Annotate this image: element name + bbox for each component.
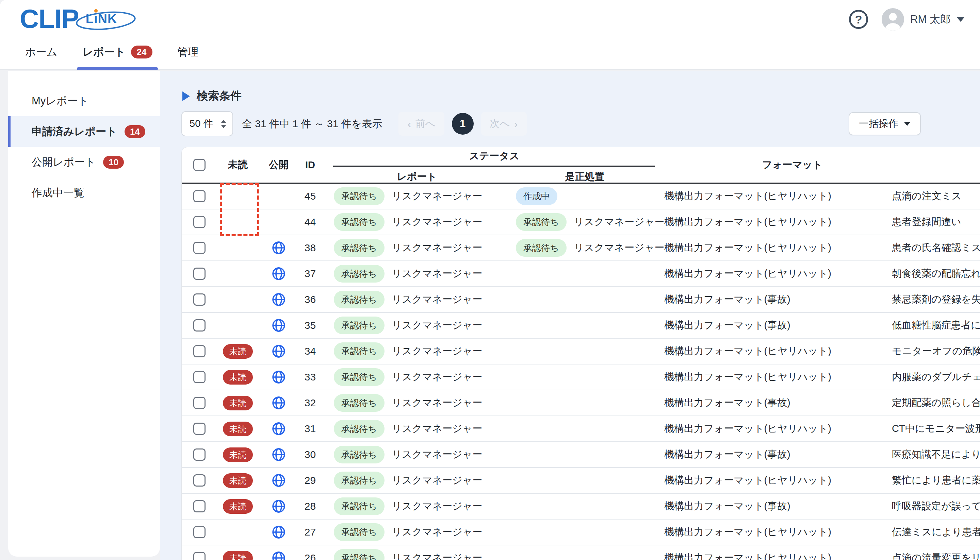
report-id: 45 <box>294 183 326 209</box>
report-status-owner: リスクマネージャー <box>392 215 483 229</box>
report-title: 朝食後薬の配膳忘れ <box>892 261 980 286</box>
row-checkbox[interactable] <box>193 345 206 357</box>
row-checkbox[interactable] <box>193 397 206 409</box>
table-row[interactable]: 未読 29 承認待ち リスクマネージャー 機構出力フォーマット(ヒヤリハット) … <box>182 468 980 494</box>
row-checkbox[interactable] <box>193 474 206 487</box>
row-checkbox[interactable] <box>193 371 206 383</box>
row-checkbox[interactable] <box>193 526 206 538</box>
sidebar-item-申請済みレポート[interactable]: 申請済みレポート 14 <box>8 116 160 147</box>
question-mark-icon: ? <box>855 13 862 26</box>
table-row[interactable]: 45 承認待ち リスクマネージャー 作成中 機構出力フォーマット(ヒヤリハット)… <box>182 183 980 210</box>
globe-icon <box>271 499 286 514</box>
nav-tab-レポート[interactable]: レポート 24 <box>82 35 152 69</box>
table-row[interactable]: 38 承認待ち リスクマネージャー 承認待ち リスクマネージャー 機構出力フォー… <box>182 235 980 261</box>
report-status-owner: リスクマネージャー <box>392 396 483 410</box>
report-format: 機構出力フォーマット(事故) <box>662 390 892 415</box>
table-row[interactable]: 未読 30 承認待ち リスクマネージャー 機構出力フォーマット(事故) 医療知識… <box>182 442 980 468</box>
table-row[interactable]: 未読 28 承認待ち リスクマネージャー 機構出力フォーマット(事故) 呼吸器設… <box>182 494 980 520</box>
select-all-checkbox[interactable] <box>193 159 206 171</box>
list-controls: 50 件 全 31 件中 1 件 ～ 31 件を表示 ‹ 前へ 1 次へ › 一… <box>181 111 980 137</box>
next-page-button[interactable]: 次へ › <box>481 112 527 136</box>
unread-badge: 未読 <box>223 473 253 488</box>
report-title: 患者登録間違い <box>892 210 980 235</box>
report-status-badge: 承認待ち <box>334 291 385 308</box>
report-status-badge: 承認待ち <box>334 265 385 283</box>
unread-badge: 未読 <box>223 499 253 514</box>
table-row[interactable]: 27 承認待ち リスクマネージャー 機構出力フォーマット(ヒヤリハット) 伝達ミ… <box>182 520 980 545</box>
report-title: 点滴の流量変更をリーダーに報告 <box>892 545 980 560</box>
current-page-indicator[interactable]: 1 <box>452 113 474 135</box>
report-status-owner: リスクマネージャー <box>392 422 483 435</box>
unread-badge: 未読 <box>223 344 253 359</box>
col-header-format: フォーマット <box>662 147 892 183</box>
page-size-select[interactable]: 50 件 <box>181 111 233 136</box>
table-row[interactable]: 35 承認待ち リスクマネージャー 機構出力フォーマット(事故) 低血糖性脳症患… <box>182 313 980 338</box>
sidebar-item-作成中一覧[interactable]: 作成中一覧 <box>8 177 160 208</box>
report-id: 38 <box>294 235 326 260</box>
help-button[interactable]: ? <box>849 10 868 29</box>
report-format: 機構出力フォーマット(ヒヤリハット) <box>662 416 892 441</box>
table-row[interactable]: 未読 32 承認待ち リスクマネージャー 機構出力フォーマット(事故) 定期配薬… <box>182 390 980 416</box>
globe-icon <box>271 266 286 281</box>
reports-table: 未読 公開 ID ステータス レポート 是正処置 フォーマット <box>181 147 980 560</box>
row-checkbox[interactable] <box>193 423 206 435</box>
sidebar-item-公開レポート[interactable]: 公開レポート 10 <box>8 147 160 177</box>
prev-page-label: 前へ <box>415 117 436 130</box>
nav-tab-管理[interactable]: 管理 <box>177 35 199 69</box>
select-arrows-icon <box>221 120 226 128</box>
nav-tab-label: レポート <box>82 45 125 59</box>
report-title: 禁忌薬剤の登録を失念してしまっ <box>892 287 980 312</box>
caret-down-icon <box>957 17 964 22</box>
report-title: CT中にモニター波形が表示でき <box>892 416 980 441</box>
prev-page-button[interactable]: ‹ 前へ <box>398 112 444 136</box>
table-row[interactable]: 未読 34 承認待ち リスクマネージャー 機構出力フォーマット(ヒヤリハット) … <box>182 338 980 365</box>
table-row[interactable]: 未読 26 承認待ち リスクマネージャー 機構出力フォーマット(ヒヤリハット) … <box>182 545 980 560</box>
row-checkbox[interactable] <box>193 552 206 560</box>
row-checkbox[interactable] <box>193 216 206 228</box>
user-menu[interactable]: RM 太郎 <box>882 8 964 31</box>
bulk-actions-button[interactable]: 一括操作 <box>849 112 921 135</box>
report-id: 29 <box>294 468 326 493</box>
table-row[interactable]: 36 承認待ち リスクマネージャー 機構出力フォーマット(事故) 禁忌薬剤の登録… <box>182 287 980 313</box>
nav-tab-ホーム[interactable]: ホーム <box>25 35 57 69</box>
report-status-owner: リスクマネージャー <box>392 500 483 513</box>
table-row[interactable]: 未読 31 承認待ち リスクマネージャー 機構出力フォーマット(ヒヤリハット) … <box>182 416 980 442</box>
row-checkbox[interactable] <box>193 448 206 461</box>
search-conditions-toggle[interactable]: 検索条件 <box>182 88 242 104</box>
report-status-owner: リスクマネージャー <box>392 318 483 332</box>
report-id: 27 <box>294 520 326 545</box>
correction-status-badge: 作成中 <box>516 187 557 205</box>
sidebar-badge: 14 <box>125 125 145 138</box>
report-format: 機構出力フォーマット(事故) <box>662 442 892 467</box>
row-checkbox[interactable] <box>193 190 206 202</box>
app-logo[interactable]: CLIP LıNK <box>20 5 137 32</box>
report-status-badge: 承認待ち <box>334 342 385 360</box>
report-title: 患者の氏名確認ミスによる取り違 <box>892 235 980 260</box>
sidebar-item-Myレポート[interactable]: Myレポート <box>8 86 160 116</box>
row-checkbox[interactable] <box>193 319 206 332</box>
logo-clip-text: CLIP <box>20 5 79 32</box>
row-checkbox[interactable] <box>193 242 206 254</box>
bulk-actions-label: 一括操作 <box>859 117 898 130</box>
report-status-owner: リスクマネージャー <box>392 473 483 487</box>
report-id: 34 <box>294 338 326 364</box>
unread-badge: 未読 <box>223 396 253 410</box>
report-title: 定期配薬の照らし合わせで気づか <box>892 390 980 415</box>
row-checkbox[interactable] <box>193 293 206 306</box>
row-checkbox[interactable] <box>193 500 206 512</box>
col-header-status-title: ステータス <box>326 147 662 166</box>
report-format: 機構出力フォーマット(事故) <box>662 287 892 312</box>
row-checkbox[interactable] <box>193 268 206 280</box>
report-title: 医療知識不足により必要な薬が処 <box>892 442 980 467</box>
report-title: 点滴の注文ミス <box>892 183 980 209</box>
table-row[interactable]: 未読 33 承認待ち リスクマネージャー 機構出力フォーマット(ヒヤリハット) … <box>182 365 980 390</box>
next-page-label: 次へ <box>490 117 510 130</box>
table-row[interactable]: 37 承認待ち リスクマネージャー 機構出力フォーマット(ヒヤリハット) 朝食後… <box>182 261 980 287</box>
globe-icon <box>271 421 286 436</box>
sidebar: Myレポート 申請済みレポート 14 公開レポート 10 作成中一覧 <box>8 71 160 557</box>
sidebar-item-label: 作成中一覧 <box>32 186 84 200</box>
report-id: 31 <box>294 416 326 441</box>
table-row[interactable]: 44 承認待ち リスクマネージャー 承認待ち リスクマネージャー 機構出力フォー… <box>182 210 980 235</box>
globe-icon <box>271 473 286 488</box>
sidebar-item-label: 公開レポート <box>32 155 95 169</box>
